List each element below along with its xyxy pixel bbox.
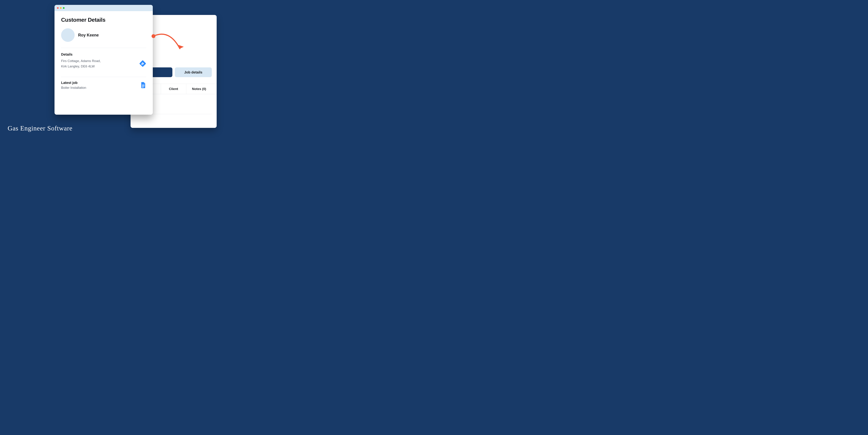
svg-rect-3	[142, 87, 144, 87]
pill-job-details-label: Job details	[184, 70, 202, 74]
address-line-2: Kirk Langley, DE6 4LW	[61, 64, 101, 69]
pill-job-details[interactable]: Job details	[175, 67, 212, 77]
tab-client[interactable]: Client	[161, 84, 186, 94]
customer-details-window: Customer Details Roy Keene Details Firs …	[55, 5, 153, 115]
latest-job-value: Boiler Installation	[61, 86, 86, 90]
svg-rect-1	[142, 85, 145, 85]
avatar	[61, 28, 75, 42]
customer-header: Roy Keene	[61, 28, 146, 42]
page-title: Customer Details	[61, 17, 146, 23]
address: Firs Cottage, Adams Road, Kirk Langley, …	[61, 58, 101, 69]
tab-notes[interactable]: Notes (0)	[186, 84, 212, 94]
maximize-icon[interactable]	[63, 7, 65, 9]
details-label: Details	[61, 53, 146, 56]
brand-wordmark: Gas Engineer Software	[8, 124, 72, 132]
svg-rect-2	[142, 86, 145, 86]
window-titlebar	[55, 5, 153, 11]
minimize-icon[interactable]	[60, 7, 62, 9]
tab-notes-label: Notes (0)	[192, 87, 206, 91]
customer-name: Roy Keene	[78, 33, 99, 37]
close-icon[interactable]	[57, 7, 59, 9]
document-icon[interactable]	[140, 82, 146, 89]
directions-icon[interactable]	[139, 60, 146, 67]
latest-job-label: Latest job	[61, 81, 86, 85]
address-line-1: Firs Cottage, Adams Road,	[61, 58, 101, 64]
tab-client-label: Client	[169, 87, 178, 91]
